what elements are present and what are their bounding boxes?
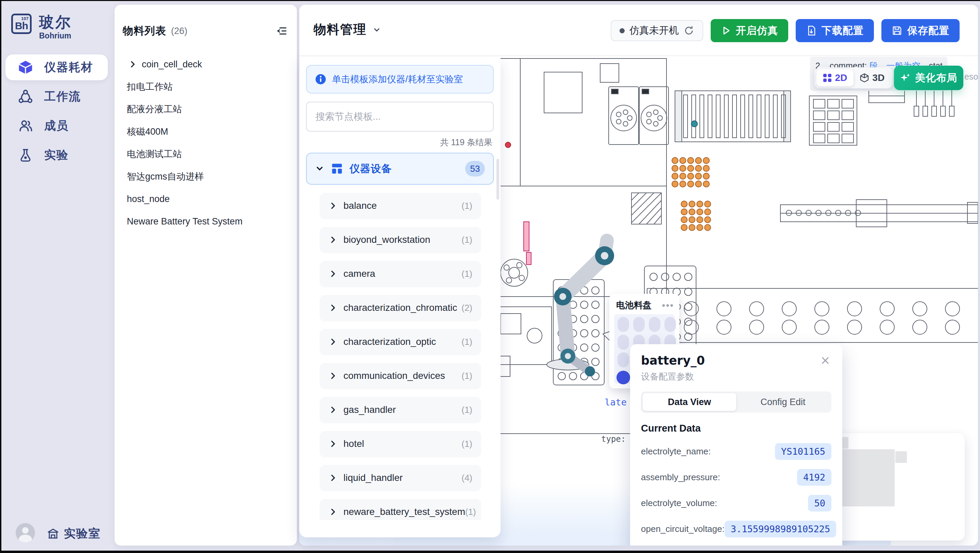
sidebar-footer: 实验室 <box>0 523 113 543</box>
material-item[interactable]: host_node <box>115 188 297 210</box>
tab-config-edit[interactable]: Config Edit <box>736 393 830 411</box>
chevron-right-icon <box>328 235 337 244</box>
category-instruments[interactable]: 仪器设备 53 <box>306 153 494 185</box>
material-item[interactable]: 电池测试工站 <box>115 143 297 165</box>
start-simulation-button[interactable]: 开启仿真 <box>711 19 788 42</box>
chevron-right-icon <box>128 60 137 69</box>
sidebar-item-experiment[interactable]: 实验 <box>5 142 108 168</box>
download-file-icon <box>806 25 817 36</box>
battery-slot[interactable] <box>617 317 629 332</box>
template-item-liquid_handler[interactable]: liquid_handler(4) <box>320 465 481 491</box>
template-item-bioyond_workstation[interactable]: bioyond_workstation(1) <box>320 227 481 253</box>
material-item[interactable]: coin_cell_deck <box>115 53 297 75</box>
chevron-right-icon <box>328 201 337 210</box>
scrollbar-thumb[interactable] <box>496 159 499 200</box>
screen-edge-bottom <box>0 551 980 553</box>
status-label: 仿真未开机 <box>629 24 679 37</box>
material-item[interactable]: 配液分液工站 <box>115 98 297 120</box>
sidebar-item-label: 工作流 <box>44 89 81 104</box>
template-item-characterization_optic[interactable]: characterization_optic(1) <box>320 329 481 355</box>
sidebar-item-lab[interactable]: 实验室 <box>47 526 101 542</box>
simulation-status-pill[interactable]: 仿真未开机 <box>611 20 703 41</box>
refresh-icon[interactable] <box>684 25 694 36</box>
material-item[interactable]: 核磁400M <box>115 120 297 143</box>
sidebar-item-members[interactable]: 成员 <box>5 113 108 139</box>
template-item-neware_battery_test_system[interactable]: neware_battery_test_system(1) <box>320 499 481 520</box>
template-item-label: characterization_optic <box>344 336 436 347</box>
data-row-label: open_circuit_voltage: <box>641 524 725 534</box>
chevron-right-icon <box>328 303 337 312</box>
lab-building-icon <box>47 528 59 540</box>
material-item-label: coin_cell_deck <box>142 59 202 70</box>
sparkles-icon <box>900 72 911 83</box>
sidebar-item-label: 仪器耗材 <box>44 59 93 75</box>
bohrium-logo-icon: 107 Bh <box>11 14 32 34</box>
template-item-label: characterization_chromatic <box>344 302 457 313</box>
download-config-label: 下载配置 <box>821 24 864 38</box>
template-item-count: (4) <box>461 473 473 483</box>
battery-slot[interactable] <box>665 317 676 332</box>
close-icon[interactable] <box>818 354 832 367</box>
material-list-title: 物料列表 <box>123 24 166 38</box>
material-item[interactable]: 智达gcms自动进样 <box>115 165 297 188</box>
template-search[interactable] <box>306 102 494 132</box>
chevron-right-icon <box>328 440 337 448</box>
chevron-right-icon <box>328 337 337 346</box>
template-item-characterization_chromatic[interactable]: characterization_chromatic(2) <box>320 295 481 321</box>
template-item-communication_devices[interactable]: communication_devices(1) <box>320 363 481 389</box>
toggle-2d[interactable]: 2D <box>816 69 853 86</box>
result-count: 共 119 条结果 <box>306 137 492 147</box>
template-item-label: bioyond_workstation <box>344 234 430 245</box>
template-hint-banner: 单击模板添加仪器/耗材至实验室 <box>306 65 494 94</box>
data-row: electrolyte_volume:50 <box>641 494 831 512</box>
tab-data-view[interactable]: Data View <box>643 393 736 411</box>
battery-slot[interactable] <box>617 352 629 367</box>
battery-slot[interactable] <box>633 317 645 332</box>
save-config-label: 保存配置 <box>907 24 950 38</box>
brand-logo: 107 Bh 玻尔 Bohrium <box>11 14 72 40</box>
more-options-icon[interactable]: ••• <box>662 304 674 307</box>
material-list-panel: 物料列表 (26) coin_cell_deck扣电工作站配液分液工站核磁400… <box>115 5 297 545</box>
template-item-hotel[interactable]: hotel(1) <box>320 431 481 457</box>
collapse-panel-icon[interactable] <box>276 24 290 38</box>
template-item-camera[interactable]: camera(1) <box>320 261 481 287</box>
battery-slot-selected[interactable] <box>617 371 630 384</box>
battery-slot[interactable] <box>617 335 629 350</box>
data-row: assembly_pressure:4192 <box>641 468 831 486</box>
toggle-2d-label: 2D <box>835 72 847 83</box>
template-item-balance[interactable]: balance(1) <box>320 193 481 219</box>
logo-names: 玻尔 Bohrium <box>39 14 72 40</box>
template-item-count: (1) <box>461 201 473 211</box>
main-header: 物料管理 仿真未开机 开启仿真 <box>299 5 978 56</box>
material-list: coin_cell_deck扣电工作站配液分液工站核磁400M电池测试工站智达g… <box>115 53 297 233</box>
user-avatar[interactable] <box>16 523 35 542</box>
toggle-3d[interactable]: 3D <box>853 69 891 86</box>
template-item-count: (1) <box>461 405 473 415</box>
template-item-gas_handler[interactable]: gas_handler(1) <box>320 397 481 423</box>
download-config-button[interactable]: 下载配置 <box>796 19 874 42</box>
brand-name-en: Bohrium <box>39 31 72 40</box>
template-item-count: (1) <box>465 507 476 517</box>
chevron-right-icon <box>328 371 337 380</box>
sidebar-item-instruments[interactable]: 仪器耗材 <box>5 54 108 80</box>
save-config-button[interactable]: 保存配置 <box>881 19 959 42</box>
status-dot-icon <box>620 28 625 33</box>
page-title-dropdown[interactable]: 物料管理 <box>313 21 382 38</box>
material-item[interactable]: Neware Battery Test System <box>115 210 297 233</box>
template-item-label: liquid_handler <box>344 472 402 483</box>
beautify-layout-button[interactable]: 美化布局 <box>894 65 963 90</box>
template-list: balance(1)bioyond_workstation(1)camera(1… <box>320 193 481 520</box>
material-item[interactable]: 扣电工作站 <box>115 75 297 98</box>
sidebar-item-workflow[interactable]: 工作流 <box>5 84 108 110</box>
battery-slot[interactable] <box>649 317 660 332</box>
data-row-value: YS101165 <box>775 443 831 460</box>
data-row-value: 50 <box>808 495 831 512</box>
search-input[interactable] <box>315 111 484 122</box>
play-icon <box>721 25 731 36</box>
layout-grid-icon <box>331 163 343 174</box>
category-label: 仪器设备 <box>350 162 392 176</box>
cube-icon <box>18 59 33 75</box>
data-row-label: electrolyte_volume: <box>641 498 717 508</box>
logo-symbol: Bh <box>15 20 28 32</box>
info-icon <box>315 73 326 85</box>
